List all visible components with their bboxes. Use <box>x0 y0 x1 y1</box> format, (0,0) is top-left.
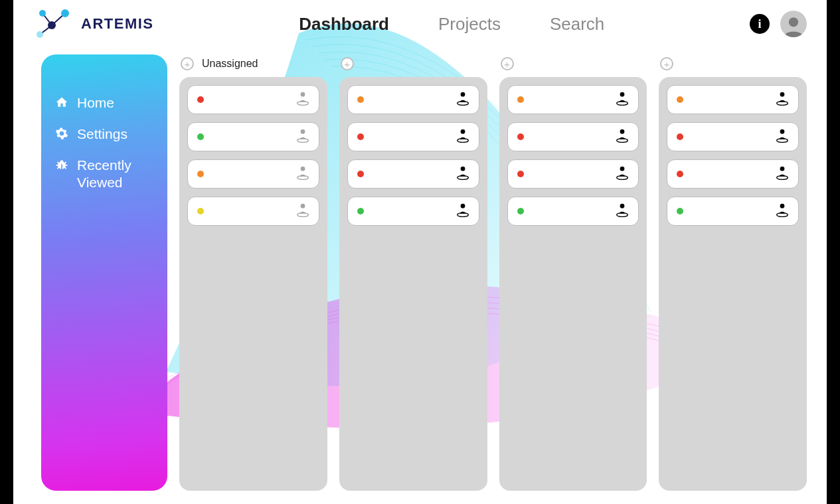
assignee-icon[interactable] <box>616 91 629 108</box>
board-card[interactable] <box>187 197 319 226</box>
svg-point-6 <box>37 31 43 38</box>
svg-point-15 <box>300 204 305 209</box>
board-card[interactable] <box>347 197 479 226</box>
board-column: + <box>339 54 487 491</box>
svg-point-13 <box>300 167 305 171</box>
status-dot <box>197 96 204 103</box>
svg-point-31 <box>620 204 625 209</box>
board-card[interactable] <box>667 122 799 151</box>
column-header: + <box>339 54 487 73</box>
assignee-icon[interactable] <box>776 128 789 145</box>
status-dot <box>197 133 204 140</box>
status-dot <box>357 96 364 103</box>
status-dot <box>357 133 364 140</box>
board-card[interactable] <box>507 122 639 151</box>
main: Home Settings Recently Viewed +Unassigne… <box>13 48 827 504</box>
logo[interactable]: ARTEMIS <box>33 8 154 40</box>
status-dot <box>197 208 204 214</box>
sidebar-item-recently-viewed[interactable]: Recently Viewed <box>54 157 155 190</box>
column-body <box>659 77 807 491</box>
status-dot <box>517 133 524 140</box>
status-dot <box>357 208 364 214</box>
sidebar-item-home[interactable]: Home <box>54 94 155 111</box>
add-card-button[interactable]: + <box>660 57 673 70</box>
info-button[interactable]: i <box>750 14 770 34</box>
assignee-icon[interactable] <box>296 203 309 220</box>
assignee-icon[interactable] <box>456 203 469 220</box>
status-dot <box>517 171 524 177</box>
svg-point-37 <box>780 167 785 171</box>
column-header: + <box>659 54 807 73</box>
board-card[interactable] <box>187 159 319 189</box>
add-card-button[interactable]: + <box>501 57 514 70</box>
svg-point-21 <box>460 167 465 171</box>
svg-point-23 <box>460 204 465 209</box>
column-body <box>339 77 487 491</box>
assignee-icon[interactable] <box>456 91 469 108</box>
assignee-icon[interactable] <box>616 165 629 183</box>
brand-text: ARTEMIS <box>81 15 154 33</box>
assignee-icon[interactable] <box>776 91 789 108</box>
svg-point-9 <box>300 92 305 97</box>
status-dot <box>677 171 683 177</box>
nav-projects[interactable]: Projects <box>437 11 502 37</box>
board-card[interactable] <box>667 159 799 189</box>
assignee-icon[interactable] <box>776 165 789 183</box>
nav-search[interactable]: Search <box>548 11 606 37</box>
status-dot <box>517 208 524 214</box>
assignee-icon[interactable] <box>456 128 469 145</box>
board: +Unassigned+++ <box>179 54 807 491</box>
assignee-icon[interactable] <box>296 165 309 183</box>
board-column: + <box>659 54 807 491</box>
board-card[interactable] <box>347 159 479 189</box>
column-body <box>499 77 647 491</box>
svg-point-39 <box>780 204 785 209</box>
user-icon <box>782 15 805 37</box>
board-card[interactable] <box>507 85 639 114</box>
svg-point-35 <box>780 129 785 134</box>
column-header: +Unassigned <box>179 54 327 73</box>
board-card[interactable] <box>507 159 639 189</box>
sidebar: Home Settings Recently Viewed <box>41 54 167 491</box>
assignee-icon[interactable] <box>616 203 629 220</box>
board-card[interactable] <box>667 197 799 226</box>
assignee-icon[interactable] <box>616 128 629 145</box>
assignee-icon[interactable] <box>776 203 789 220</box>
sidebar-item-label: Settings <box>77 126 127 142</box>
board-card[interactable] <box>507 197 639 226</box>
header: ARTEMIS Dashboard Projects Search i <box>13 0 827 48</box>
bug-icon <box>54 157 69 171</box>
home-icon <box>54 94 69 109</box>
board-card[interactable] <box>187 85 319 114</box>
status-dot <box>357 171 364 177</box>
add-card-button[interactable]: + <box>181 57 194 70</box>
nav-dashboard[interactable]: Dashboard <box>297 11 390 37</box>
svg-point-25 <box>620 92 625 97</box>
svg-point-3 <box>48 21 56 29</box>
header-actions: i <box>750 11 807 37</box>
status-dot <box>197 171 204 177</box>
svg-point-27 <box>620 129 625 134</box>
status-dot <box>677 96 683 103</box>
status-dot <box>517 96 524 103</box>
board-card[interactable] <box>187 122 319 151</box>
board-column: + <box>499 54 647 491</box>
add-card-button[interactable]: + <box>341 57 354 70</box>
svg-point-19 <box>460 129 465 134</box>
column-title: Unassigned <box>202 58 258 70</box>
top-nav: Dashboard Projects Search <box>154 11 750 37</box>
assignee-icon[interactable] <box>456 165 469 183</box>
board-card[interactable] <box>347 85 479 114</box>
assignee-icon[interactable] <box>296 128 309 145</box>
sidebar-item-settings[interactable]: Settings <box>54 126 155 142</box>
info-icon: i <box>758 17 761 31</box>
network-icon <box>33 8 73 40</box>
board-card[interactable] <box>667 85 799 114</box>
svg-point-11 <box>300 129 305 134</box>
status-dot <box>677 208 683 214</box>
svg-point-33 <box>780 92 785 97</box>
assignee-icon[interactable] <box>296 91 309 108</box>
sidebar-item-label: Recently Viewed <box>77 157 155 190</box>
board-card[interactable] <box>347 122 479 151</box>
avatar[interactable] <box>780 11 807 37</box>
